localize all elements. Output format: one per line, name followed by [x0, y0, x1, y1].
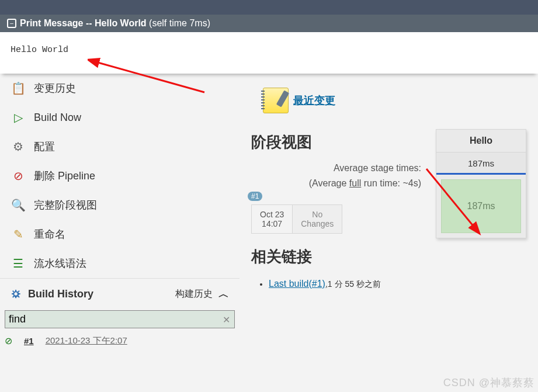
no-changes-1: No [301, 210, 334, 219]
sidebar-item-label: 变更历史 [34, 81, 76, 95]
permalinks: Last build(#1),1 分 55 秒之前 [251, 279, 526, 290]
sidebar-item-label: 配置 [34, 140, 55, 154]
sidebar-item-2[interactable]: ⚙配置 [0, 132, 240, 161]
sidebar-item-label: Build Now [34, 112, 81, 124]
build-timestamp[interactable]: 2021-10-23 下午2:07 [46, 335, 127, 346]
related-links-title: 相关链接 [251, 234, 526, 275]
sidebar-item-4[interactable]: 🔍完整阶段视图 [0, 190, 240, 220]
last-build-suffix: ,1 分 55 秒之前 [325, 279, 381, 289]
notebook-icon [263, 88, 289, 113]
top-bar [0, 0, 538, 15]
sidebar-item-6[interactable]: ☰流水线语法 [0, 249, 240, 278]
watermark: CSDN @神慕蔡蔡 [443, 376, 534, 390]
build-badge[interactable]: #1 [248, 192, 262, 201]
list-item: Last build(#1),1 分 55 秒之前 [269, 279, 526, 290]
sidebar-item-label: 重命名 [34, 227, 65, 241]
cell-date: Oct 23 [260, 210, 284, 219]
build-row[interactable]: ⊘ #1 2021-10-23 下午2:07 [0, 332, 240, 350]
menu-icon: 📋 [11, 81, 26, 96]
menu-icon: ▷ [11, 110, 26, 125]
content: 最近变更 阶段视图 Average stage times: (Average … [240, 74, 538, 350]
menu-icon: ☰ [11, 256, 26, 271]
stage-name: Hello [436, 130, 526, 152]
sidebar-item-1[interactable]: ▷Build Now [0, 103, 240, 132]
menu-icon: ⊘ [11, 168, 26, 183]
build-history-title: Build History [28, 288, 93, 300]
build-number[interactable]: #1 [24, 336, 34, 346]
recent-changes-row: 最近变更 [251, 74, 526, 119]
sidebar-item-3[interactable]: ⊘删除 Pipeline [0, 161, 240, 190]
menu-icon: ⚙ [11, 139, 26, 154]
sidebar: 📋变更历史▷Build Now⚙配置⊘删除 Pipeline🔍完整阶段视图✎重命… [0, 74, 240, 350]
stage-avg-time: 187ms [436, 152, 526, 175]
console-output: Hello World [0, 32, 538, 74]
find-box: ✕ [5, 310, 235, 328]
print-message-title: Print Message -- Hello World [20, 18, 147, 28]
find-input[interactable] [5, 310, 235, 328]
build-cell[interactable]: Oct 23 14:07 No Changes [251, 204, 342, 234]
build-history-subtitle: 构建历史 [175, 288, 213, 300]
print-message-header[interactable]: – Print Message -- Hello World (self tim… [0, 15, 538, 32]
cell-time: 14:07 [260, 219, 284, 228]
stage-view: Average stage times: (Average full run t… [251, 161, 526, 234]
collapse-icon[interactable]: – [7, 19, 16, 28]
recent-changes-link[interactable]: 最近变更 [293, 93, 335, 107]
sidebar-item-label: 删除 Pipeline [34, 169, 95, 183]
sidebar-item-5[interactable]: ✎重命名 [0, 220, 240, 249]
sidebar-item-label: 完整阶段视图 [34, 198, 97, 212]
build-history-header[interactable]: ⛭ Build History 构建历史 ︿ [0, 278, 240, 307]
sidebar-item-label: 流水线语法 [34, 256, 86, 270]
print-message-time: (self time 7ms) [149, 18, 210, 28]
last-build-link[interactable]: Last build(#1) [269, 279, 325, 289]
success-icon: ⊘ [5, 335, 12, 346]
no-changes-2: Changes [301, 219, 334, 228]
menu-icon: ✎ [11, 227, 26, 242]
sidebar-item-0[interactable]: 📋变更历史 [0, 74, 240, 103]
output-text: Hello World [11, 45, 68, 55]
clear-icon[interactable]: ✕ [223, 314, 230, 325]
menu-icon: 🔍 [11, 197, 26, 213]
chevron-up-icon[interactable]: ︿ [218, 287, 229, 301]
settings-icon[interactable]: ⛭ [11, 287, 22, 301]
